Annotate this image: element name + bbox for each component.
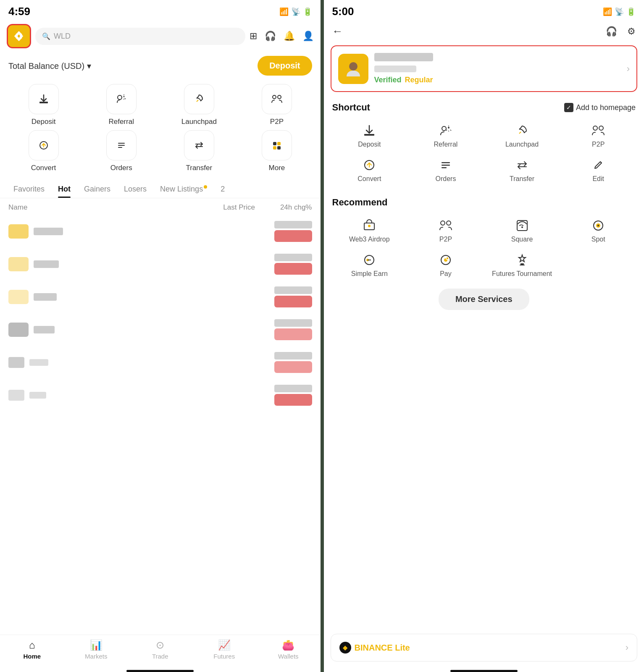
binance-logo[interactable] <box>7 24 31 48</box>
quick-p2p[interactable]: P2P <box>240 84 313 126</box>
back-button[interactable]: ← <box>332 25 343 38</box>
svg-rect-8 <box>118 143 125 144</box>
quick-convert[interactable]: Convert <box>7 130 80 172</box>
headset-icon[interactable]: 🎧 <box>265 31 276 42</box>
home-indicator-right <box>450 670 518 672</box>
bell-icon[interactable]: 🔔 <box>284 31 295 42</box>
convert-icon-box <box>29 130 59 160</box>
recommend-web3-airdrop[interactable]: Web3 Airdrop <box>332 215 407 247</box>
chg-red <box>274 394 312 406</box>
spacer <box>324 313 644 627</box>
profile-chevron: › <box>627 63 630 74</box>
shortcut-p2p[interactable]: P2P <box>561 120 636 152</box>
scan-icon[interactable]: ⊞ <box>250 31 257 42</box>
recommend-simple-earn[interactable]: Simple Earn <box>332 249 407 282</box>
recommend-futures-tournament[interactable]: Futures Tournament <box>485 249 560 282</box>
futures-icon: 📈 <box>218 639 231 651</box>
home-icon: ⌂ <box>29 639 35 651</box>
quick-transfer[interactable]: Transfer <box>162 130 236 172</box>
svg-rect-13 <box>273 146 276 150</box>
profile-icon[interactable]: 👤 <box>302 31 314 42</box>
tab-new-listings[interactable]: New Listings <box>153 181 214 198</box>
recommend-square-label: Square <box>511 236 533 243</box>
nav-futures[interactable]: 📈 Futures <box>192 639 257 660</box>
profile-card[interactable]: Verified Regular › <box>331 45 638 92</box>
table-row[interactable] <box>0 215 321 248</box>
quick-deposit[interactable]: Deposit <box>7 84 80 126</box>
tab-gainers[interactable]: Gainers <box>77 181 117 198</box>
quick-deposit-label: Deposit <box>32 118 56 126</box>
deposit-icon-box <box>29 84 59 114</box>
quick-referral[interactable]: Referral <box>84 84 158 126</box>
shortcut-edit[interactable]: Edit <box>561 154 636 187</box>
shortcut-section-header: Shortcut ✓ Add to homepage <box>324 95 644 116</box>
tab-losers[interactable]: Losers <box>117 181 153 198</box>
price-block <box>274 352 312 373</box>
quick-launchpad[interactable]: Launchpad <box>162 84 236 126</box>
nav-home[interactable]: ⌂ Home <box>0 639 64 660</box>
markets-icon: 📊 <box>90 639 103 651</box>
verified-badge: Verified <box>374 76 402 84</box>
more-services-button[interactable]: More Services <box>439 289 529 310</box>
recommend-square[interactable]: Square <box>485 215 560 247</box>
svg-point-17 <box>442 126 446 131</box>
shortcut-deposit[interactable]: Deposit <box>332 120 407 152</box>
app-header: 🔍 WLD ⊞ 🎧 🔔 👤 <box>0 21 321 52</box>
table-row[interactable] <box>0 281 321 313</box>
shortcut-edit-label: Edit <box>592 175 604 183</box>
back-icons-right: 🎧 ⚙ <box>606 26 636 37</box>
table-row[interactable] <box>0 248 321 281</box>
recommend-p2p[interactable]: P2P <box>408 215 483 247</box>
quick-orders[interactable]: Orders <box>84 130 158 172</box>
nav-trade[interactable]: ⊙ Trade <box>128 639 192 660</box>
shortcut-launchpad-label: Launchpad <box>505 141 539 148</box>
shortcut-p2p-label: P2P <box>592 141 605 148</box>
signal-icon: 📶 <box>279 7 289 16</box>
recommend-futures-tournament-label: Futures Tournament <box>492 270 552 278</box>
svg-rect-16 <box>364 134 374 136</box>
binance-lite-card[interactable]: ◆ BINANCE Lite › <box>331 634 638 662</box>
table-row[interactable] <box>0 346 321 379</box>
balance-row: Total Balance (USD) ▾ Deposit <box>0 52 321 80</box>
recommend-pay[interactable]: Pay <box>408 249 483 282</box>
nav-wallets[interactable]: 👛 Wallets <box>256 639 321 660</box>
tab-favorites[interactable]: Favorites <box>7 181 51 198</box>
deposit-button[interactable]: Deposit <box>258 56 312 76</box>
shortcut-transfer[interactable]: Transfer <box>485 154 560 187</box>
signal-icon-right: 📶 <box>603 7 612 16</box>
tab-hot[interactable]: Hot <box>51 181 77 198</box>
chg-red <box>274 263 312 275</box>
shortcut-launchpad[interactable]: Launchpad <box>485 120 560 152</box>
table-row[interactable] <box>0 379 321 412</box>
shortcut-referral-label: Referral <box>434 141 457 148</box>
tab-2[interactable]: 2 <box>214 181 231 198</box>
chg-red <box>274 230 312 242</box>
svg-point-26 <box>368 225 371 227</box>
settings-icon[interactable]: ⚙ <box>627 26 636 37</box>
svg-point-4 <box>123 96 124 97</box>
nav-markets[interactable]: 📊 Markets <box>64 639 129 660</box>
quick-more[interactable]: More <box>240 130 313 172</box>
binance-lite-text: BINANCE Lite <box>355 643 410 653</box>
svg-rect-40 <box>520 265 525 265</box>
new-listings-dot <box>204 185 207 189</box>
market-header: Name Last Price 24h chg% <box>0 198 321 215</box>
shortcut-title: Shortcut <box>332 102 370 113</box>
headset-icon-right[interactable]: 🎧 <box>606 26 617 37</box>
price-block <box>274 254 312 275</box>
recommend-spot[interactable]: Spot <box>561 215 636 247</box>
more-icon-box <box>262 130 292 160</box>
search-text: WLD <box>54 32 71 41</box>
nav-futures-label: Futures <box>213 653 235 660</box>
table-row[interactable] <box>0 313 321 346</box>
shortcut-convert[interactable]: Convert <box>332 154 407 187</box>
svg-rect-10 <box>118 147 122 148</box>
chg-light <box>274 328 312 340</box>
shortcut-referral[interactable]: Referral <box>408 120 483 152</box>
coin-blur <box>29 359 48 366</box>
add-to-homepage[interactable]: ✓ Add to homepage <box>564 103 636 112</box>
price-blur <box>274 385 312 392</box>
search-bar[interactable]: 🔍 WLD <box>35 28 245 45</box>
balance-label: Total Balance (USD) ▾ <box>8 61 91 71</box>
shortcut-orders[interactable]: Orders <box>408 154 483 187</box>
